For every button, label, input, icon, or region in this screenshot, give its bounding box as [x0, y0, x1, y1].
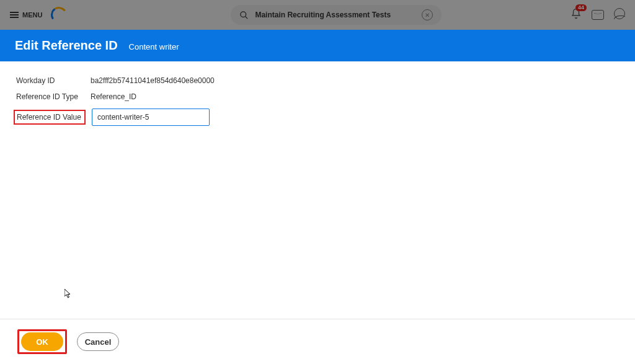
modal-footer: OK Cancel — [0, 319, 635, 364]
menu-label: MENU — [22, 11, 42, 19]
workday-id-label: Workday ID — [16, 76, 84, 85]
logo-icon — [50, 6, 68, 24]
inbox-button[interactable] — [592, 10, 604, 20]
hamburger-icon — [10, 12, 19, 18]
notifications-button[interactable]: 44 — [571, 8, 582, 22]
reference-id-value-label: Reference ID Value — [14, 110, 86, 125]
modal-body: Workday ID ba2fff2b57411041ef854d640e8e0… — [0, 61, 635, 319]
reference-id-type-label: Reference ID Type — [16, 92, 84, 101]
search-box[interactable]: Maintain Recruiting Assessment Tests ✕ — [231, 5, 442, 25]
search-text: Maintain Recruiting Assessment Tests — [255, 11, 415, 19]
svg-line-1 — [246, 16, 248, 19]
header-icons: 44 — [571, 8, 625, 22]
notification-badge: 44 — [575, 4, 587, 11]
reference-id-value-input[interactable] — [92, 109, 210, 126]
workday-id-value: ba2fff2b57411041ef854d640e8e0000 — [91, 76, 215, 85]
menu-button[interactable]: MENU — [10, 11, 42, 19]
cancel-button[interactable]: Cancel — [77, 332, 119, 351]
modal-header: Edit Reference ID Content writer — [0, 30, 635, 61]
profile-button[interactable] — [614, 8, 625, 22]
edit-reference-id-modal: Edit Reference ID Content writer Workday… — [0, 30, 635, 364]
modal-subtitle: Content writer — [129, 42, 179, 51]
inbox-icon — [592, 10, 604, 20]
ok-button[interactable]: OK — [21, 332, 63, 351]
field-reference-id-value: Reference ID Value — [16, 109, 619, 126]
field-reference-id-type: Reference ID Type Reference_ID — [16, 92, 619, 101]
search-icon — [239, 11, 249, 20]
modal-title: Edit Reference ID — [15, 38, 118, 53]
field-workday-id: Workday ID ba2fff2b57411041ef854d640e8e0… — [16, 76, 619, 85]
ok-button-highlight: OK — [17, 329, 67, 354]
svg-point-0 — [241, 11, 246, 17]
search-clear-icon[interactable]: ✕ — [422, 9, 433, 20]
app-header: MENU Maintain Recruiting Assessment Test… — [0, 0, 635, 30]
person-icon — [614, 8, 625, 19]
reference-id-type-value: Reference_ID — [91, 92, 136, 101]
